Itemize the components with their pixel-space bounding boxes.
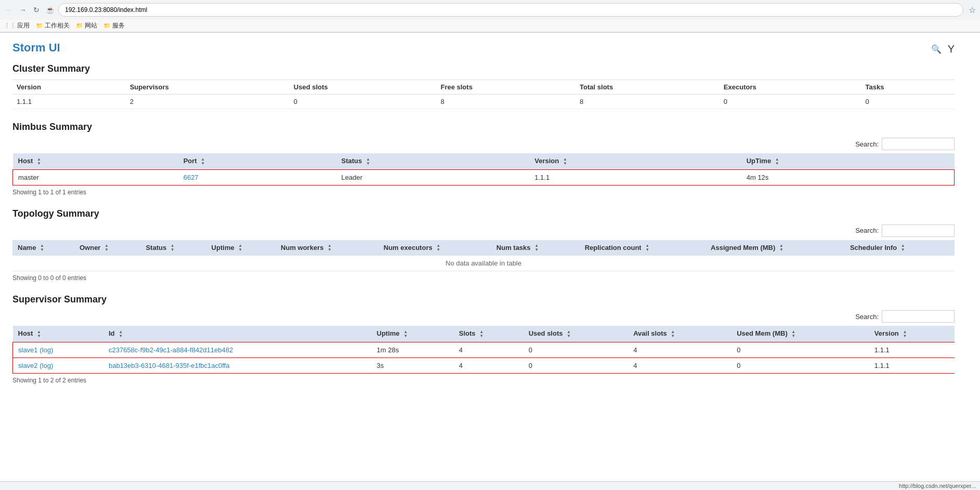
cluster-col-total-slots: Total slots <box>576 80 720 95</box>
reload-button[interactable]: ↻ <box>31 5 42 15</box>
nimbus-col-version[interactable]: Version ▲▼ <box>529 153 741 169</box>
cluster-row: 1.1.1 2 0 8 8 0 0 <box>12 95 955 109</box>
cluster-tasks: 0 <box>861 95 955 109</box>
topo-scheduler-sort-icon: ▲▼ <box>901 244 905 252</box>
nimbus-summary-title: Nimbus Summary <box>12 122 955 133</box>
bookmark-service[interactable]: 📁 服务 <box>103 21 125 30</box>
bookmark-apps-label: 应用 <box>17 21 30 30</box>
sup-avail-slots-2: 4 <box>628 357 731 373</box>
topo-col-assigned-mem[interactable]: Assigned Mem (MB) ▲▼ <box>705 240 845 256</box>
sup-host-link-2[interactable]: slave2 <box>18 362 38 369</box>
supervisor-summary-title: Supervisor Summary <box>12 294 955 305</box>
topo-workers-sort-icon: ▲▼ <box>328 244 332 252</box>
topo-col-uptime[interactable]: Uptime ▲▼ <box>206 240 276 256</box>
page-title: Storm UI <box>12 41 60 55</box>
header-icons: 🔍 Y <box>931 41 955 55</box>
cluster-supervisors: 2 <box>126 95 290 109</box>
nimbus-port[interactable]: 6627 <box>178 169 336 185</box>
topo-mem-sort-icon: ▲▼ <box>779 244 783 252</box>
topo-col-scheduler[interactable]: Scheduler Info ▲▼ <box>845 240 955 256</box>
page-content: Storm UI 🔍 Y Cluster Summary Version Sup… <box>0 33 967 405</box>
nimbus-summary-section: Nimbus Summary Search: Host ▲▼ Port ▲▼ S… <box>12 122 955 196</box>
topology-search-input[interactable] <box>882 224 955 237</box>
topo-col-num-workers[interactable]: Num workers ▲▼ <box>276 240 378 256</box>
sup-used-slots-sort-icon: ▲▼ <box>567 330 571 338</box>
bookmark-work[interactable]: 📁 工作相关 <box>36 21 70 30</box>
search-icon[interactable]: 🔍 <box>931 44 942 54</box>
cluster-total-slots: 8 <box>576 95 720 109</box>
sup-host-sort-icon: ▲▼ <box>37 330 41 338</box>
topo-col-num-executors[interactable]: Num executors ▲▼ <box>378 240 491 256</box>
nimbus-status: Leader <box>336 169 530 185</box>
supervisor-summary-section: Supervisor Summary Search: Host ▲▼ Id ▲▼ <box>12 294 955 384</box>
sup-used-slots-2: 0 <box>524 357 628 373</box>
bookmark-service-label: 服务 <box>112 21 125 30</box>
nimbus-entries-text: Showing 1 to 1 of 1 entries <box>12 189 955 196</box>
sup-col-slots[interactable]: Slots ▲▼ <box>454 326 524 342</box>
page-header: Storm UI 🔍 Y <box>12 41 955 55</box>
forward-button[interactable]: → <box>18 5 28 15</box>
nimbus-search-input[interactable] <box>882 138 955 150</box>
nimbus-search-row: Search: <box>12 138 955 150</box>
bookmark-star-icon[interactable]: ☆ <box>969 5 976 15</box>
nimbus-col-status[interactable]: Status ▲▼ <box>336 153 530 169</box>
nimbus-col-uptime[interactable]: UpTime ▲▼ <box>741 153 955 169</box>
nimbus-uptime: 4m 12s <box>741 169 955 185</box>
cluster-summary-section: Cluster Summary Version Supervisors Used… <box>12 63 955 109</box>
supervisor-row-2: slave2 (log) bab13eb3-6310-4681-935f-e1f… <box>13 357 955 373</box>
nimbus-port-link[interactable]: 6627 <box>184 174 199 181</box>
sup-version-sort-icon: ▲▼ <box>903 330 907 338</box>
nimbus-version: 1.1.1 <box>529 169 741 185</box>
sup-log-link-2[interactable]: (log) <box>40 362 53 369</box>
sup-col-version[interactable]: Version ▲▼ <box>869 326 955 342</box>
filter-icon[interactable]: Y <box>948 43 955 55</box>
host-sort-icon: ▲▼ <box>37 157 41 166</box>
cluster-col-used-slots: Used slots <box>290 80 437 95</box>
topo-col-name[interactable]: Name ▲▼ <box>12 240 74 256</box>
port-sort-icon: ▲▼ <box>201 157 205 166</box>
sup-id-2: bab13eb3-6310-4681-935f-e1fbc1ac0ffa <box>103 357 372 373</box>
topology-search-row: Search: <box>12 224 955 237</box>
sup-id-link-1[interactable]: c237658c-f9b2-49c1-a884-f842d11eb482 <box>109 346 233 354</box>
sup-col-avail-slots[interactable]: Avail slots ▲▼ <box>628 326 731 342</box>
bookmark-apps[interactable]: ⋮⋮ 应用 <box>4 21 30 30</box>
sup-uptime-sort-icon: ▲▼ <box>403 330 408 338</box>
sup-id-link-2[interactable]: bab13eb3-6310-4681-935f-e1fbc1ac0ffa <box>109 362 230 369</box>
supervisor-search-input[interactable] <box>882 310 955 323</box>
topology-table: Name ▲▼ Owner ▲▼ Status ▲▼ Uptime ▲▼ <box>12 240 955 272</box>
topo-col-owner[interactable]: Owner ▲▼ <box>74 240 140 256</box>
topo-col-status[interactable]: Status ▲▼ <box>140 240 206 256</box>
nimbus-col-port[interactable]: Port ▲▼ <box>178 153 336 169</box>
sup-col-used-slots[interactable]: Used slots ▲▼ <box>524 326 628 342</box>
topology-search-label: Search: <box>855 227 879 234</box>
bookmark-website[interactable]: 📁 网站 <box>76 21 97 30</box>
sup-slots-1: 4 <box>454 342 524 357</box>
bookmark-work-label: 工作相关 <box>45 21 70 30</box>
supervisor-search-row: Search: <box>12 310 955 323</box>
sup-id-1: c237658c-f9b2-49c1-a884-f842d11eb482 <box>103 342 372 357</box>
sup-host-2: slave2 (log) <box>13 357 103 373</box>
address-bar[interactable] <box>58 3 963 17</box>
sup-col-used-mem[interactable]: Used Mem (MB) ▲▼ <box>731 326 869 342</box>
sup-col-uptime[interactable]: Uptime ▲▼ <box>372 326 454 342</box>
sup-log-link-1[interactable]: (log) <box>40 346 53 354</box>
topology-no-data-cell: No data available in table <box>12 256 955 271</box>
sup-host-link-1[interactable]: slave1 <box>18 346 38 354</box>
topo-col-num-tasks[interactable]: Num tasks ▲▼ <box>491 240 580 256</box>
cluster-col-free-slots: Free slots <box>436 80 576 95</box>
home-button[interactable]: ☕ <box>45 5 55 15</box>
back-button[interactable]: ← <box>4 5 15 15</box>
cluster-col-executors: Executors <box>720 80 861 95</box>
supervisor-entries-text: Showing 1 to 2 of 2 entries <box>12 377 955 384</box>
nimbus-col-host[interactable]: Host ▲▼ <box>13 153 178 169</box>
folder-icon-1: 📁 <box>36 22 43 29</box>
supervisor-table: Host ▲▼ Id ▲▼ Uptime ▲▼ Slots ▲▼ <box>12 326 955 374</box>
supervisor-search-label: Search: <box>855 313 879 321</box>
cluster-free-slots: 8 <box>436 95 576 109</box>
sup-col-id[interactable]: Id ▲▼ <box>103 326 372 342</box>
topo-col-replication[interactable]: Replication count ▲▼ <box>580 240 705 256</box>
sup-mem-sort-icon: ▲▼ <box>791 330 795 338</box>
sup-avail-slots-1: 4 <box>628 342 731 357</box>
topo-status-sort-icon: ▲▼ <box>171 244 175 252</box>
sup-col-host[interactable]: Host ▲▼ <box>13 326 103 342</box>
